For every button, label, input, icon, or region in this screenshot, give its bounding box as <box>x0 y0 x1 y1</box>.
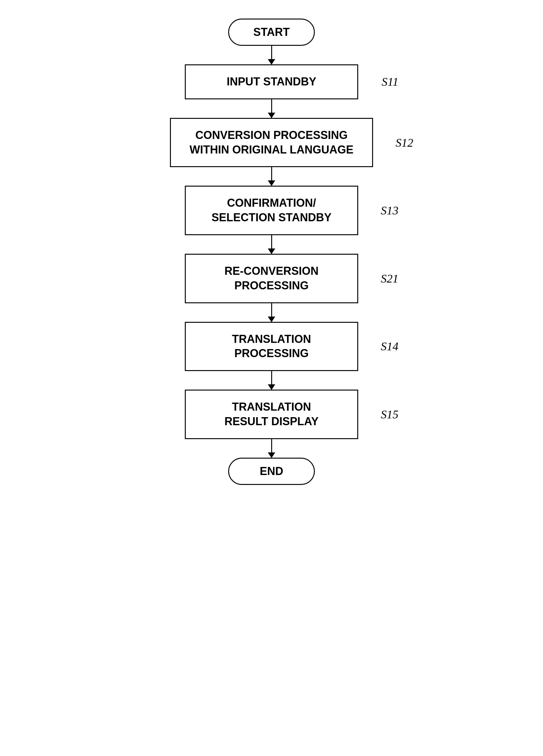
arrow-2 <box>271 99 272 118</box>
end-node: END <box>228 458 315 485</box>
translation-processing-node: TRANSLATION PROCESSING S14 <box>185 322 358 371</box>
translation-result-box: TRANSLATION RESULT DISPLAY <box>185 390 358 439</box>
translation-processing-box: TRANSLATION PROCESSING <box>185 322 358 371</box>
arrow-1 <box>271 46 272 64</box>
reconversion-line1: RE-CONVERSION <box>224 265 319 277</box>
step-s15-label: S15 <box>381 408 399 421</box>
confirmation-line2: SELECTION STANDBY <box>211 211 331 224</box>
translation-result-line1: TRANSLATION <box>232 400 311 413</box>
arrow-6 <box>271 371 272 390</box>
translation-result-line2: RESULT DISPLAY <box>224 415 319 428</box>
conversion-line1: CONVERSION PROCESSING <box>195 129 348 141</box>
step-s12-label: S12 <box>396 136 413 149</box>
translation-proc-line1: TRANSLATION <box>232 333 311 345</box>
step-s21-label: S21 <box>381 272 399 285</box>
flowchart: START INPUT STANDBY S11 CONVERSION PROCE… <box>0 0 543 756</box>
arrow-3 <box>271 167 272 186</box>
step-s13-label: S13 <box>381 204 399 217</box>
arrow-5 <box>271 303 272 322</box>
input-standby-box: INPUT STANDBY <box>185 64 358 99</box>
input-standby-node: INPUT STANDBY S11 <box>185 64 358 99</box>
reconversion-line2: PROCESSING <box>234 279 309 292</box>
confirmation-selection-box: CONFIRMATION/ SELECTION STANDBY <box>185 186 358 235</box>
arrow-4 <box>271 235 272 254</box>
conversion-line2: WITHIN ORIGINAL LANGUAGE <box>189 143 353 156</box>
translation-result-node: TRANSLATION RESULT DISPLAY S15 <box>185 390 358 439</box>
step-s11-label: S11 <box>382 75 399 89</box>
translation-proc-line2: PROCESSING <box>234 347 309 360</box>
confirmation-selection-node: CONFIRMATION/ SELECTION STANDBY S13 <box>185 186 358 235</box>
conversion-processing-box: CONVERSION PROCESSING WITHIN ORIGINAL LA… <box>170 118 373 167</box>
confirmation-line1: CONFIRMATION/ <box>227 197 316 209</box>
arrow-7 <box>271 439 272 458</box>
conversion-processing-node: CONVERSION PROCESSING WITHIN ORIGINAL LA… <box>170 118 373 167</box>
step-s14-label: S14 <box>381 339 399 353</box>
start-box: START <box>228 19 315 46</box>
re-conversion-node: RE-CONVERSION PROCESSING S21 <box>185 254 358 303</box>
start-node: START <box>228 19 315 46</box>
end-box: END <box>228 458 315 485</box>
re-conversion-box: RE-CONVERSION PROCESSING <box>185 254 358 303</box>
